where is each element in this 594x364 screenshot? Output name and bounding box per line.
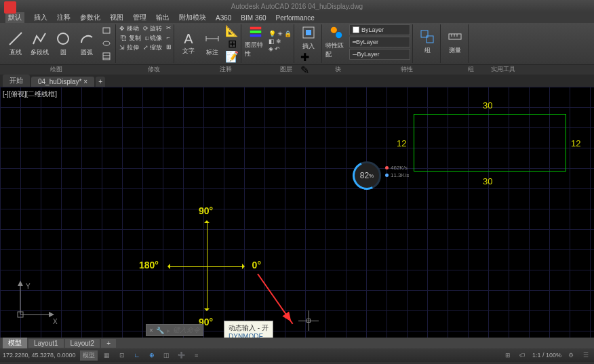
grid-toggle-icon[interactable]: ▦ [102,350,113,361]
measure-button[interactable]: 测量 [444,24,466,58]
panel-utilities: 测量 [442,24,469,63]
layer-prev-icon[interactable]: ↶ [275,45,280,52]
fillet-icon[interactable]: ⌐ [166,34,170,43]
ribbon-tabs: 默认 插入 注释 参数化 视图 管理 输出 附加模块 A360 BIM 360 … [0,12,594,23]
layer-props-button[interactable]: 图层特性 [245,24,266,58]
scale-button[interactable]: ⤢ 缩放 [143,43,163,52]
trim-icon[interactable]: ✂ [166,24,172,33]
tab-default[interactable]: 默认 [5,12,24,23]
array-icon[interactable]: ⊞ [166,43,172,52]
svg-point-15 [331,27,337,33]
group-button[interactable]: 组 [416,24,438,58]
cmd-search-icon[interactable]: 🔧 [156,327,164,334]
tab-insert[interactable]: 插入 [34,13,47,22]
copy-button[interactable]: ⿻ 复制 [121,34,141,43]
circle-button[interactable]: 圆 [52,26,74,60]
insert-block-button[interactable]: 插入 [298,24,319,51]
dynmode-toggle-icon[interactable]: ➕ [176,350,187,361]
ucs-icon: Y X [14,281,54,324]
stretch-button[interactable]: ⇲ 拉伸 [119,43,139,52]
tab-bim360[interactable]: BIM 360 [241,14,266,22]
hatch-icon[interactable] [100,50,113,62]
svg-point-16 [336,32,342,38]
layout-model[interactable]: 模型 [3,338,27,348]
svg-rect-2 [103,28,110,33]
tab-output[interactable]: 输出 [156,13,170,22]
zoom-level[interactable]: 1:1 / 100% [532,352,561,359]
tab-close-icon[interactable]: × [83,78,87,85]
tab-parametric[interactable]: 参数化 [80,13,100,22]
status-bar: 172.2280, 45.3278, 0.0000 模型 ▦ ⊡ ∟ ⊕ ◫ ➕… [0,348,594,362]
model-space-icon[interactable]: ⊞ [502,350,513,361]
edit-block-icon[interactable]: ✎ [298,64,311,76]
layer-lock-icon[interactable]: 🔒 [284,31,292,37]
lineweight-toggle-icon[interactable]: ≡ [191,350,202,361]
layout-add[interactable]: + [101,339,116,348]
compass-indicator: 90° 90° 0° 180° [146,205,268,327]
polar-toggle-icon[interactable]: ⊕ [146,350,157,361]
tab-view[interactable]: 视图 [110,13,123,22]
create-block-icon[interactable]: ✚ [298,51,311,63]
match-props-button[interactable]: 特性匹配 [325,25,347,59]
line-button[interactable]: 直线 [5,26,26,60]
dynmode-tooltip: 动态输入 - 开 DYNMODE [224,321,273,338]
ortho-toggle-icon[interactable]: ∟ [132,350,142,361]
layer-bulb-icon[interactable]: 💡 [269,31,276,37]
polyline-button[interactable]: 多段线 [28,26,50,60]
tab-new[interactable]: + [96,77,105,87]
svg-rect-19 [449,34,461,39]
panel-group: 组 [414,24,441,63]
dim-right: 12 [571,138,580,148]
cmd-close-icon[interactable]: × [149,327,153,334]
tab-start[interactable]: 开始 [3,75,30,87]
app-logo[interactable] [4,1,16,14]
drawing-canvas[interactable]: [-][俯视][二维线框] 90° 90° 0° 180° 30 30 12 1… [0,87,594,338]
osnap-toggle-icon[interactable]: ◫ [161,350,172,361]
settings-gear-icon[interactable]: ⚙ [566,350,576,361]
cmd-input[interactable]: 键入命令 [173,325,200,335]
status-model[interactable]: 模型 [80,350,98,361]
layer-sun-icon[interactable]: ☀ [277,31,283,37]
tab-file[interactable]: 04_huDisplay* × [31,77,94,87]
layer-freeze-icon[interactable]: ❄ [276,38,281,45]
compass-east: 0° [252,260,261,270]
tab-addins[interactable]: 附加模块 [179,13,206,22]
svg-marker-25 [18,281,23,286]
mirror-button[interactable]: ⎅ 镜像 [145,34,163,43]
crosshair-cursor [298,310,319,331]
color-dropdown[interactable]: ByLayer [349,24,410,35]
command-bar[interactable]: × 🔧 ▸ 键入命令 [146,324,203,336]
coords: 172.2280, 45.3278, 0.0000 [3,352,76,359]
annotation-scale-icon[interactable]: 🏷 [517,350,528,361]
svg-marker-26 [49,312,54,317]
svg-point-1 [58,33,68,44]
panel-properties: 特性匹配 ByLayer ━ ByLayer ─ ByLayer [323,24,413,63]
title-bar: Autodesk AutoCAD 2016 04_huDisplay.dwg [0,0,594,12]
tab-annotate[interactable]: 注释 [57,13,71,22]
layer-iso-icon[interactable]: ◧ [269,38,275,45]
ellipse-icon[interactable] [100,37,113,49]
table-icon[interactable]: ⊞ [225,37,239,49]
arc-button[interactable]: 圆弧 [76,26,98,60]
dim-left: 12 [397,138,406,148]
svg-rect-14 [306,30,311,35]
layer-match-icon[interactable]: ◈ [269,45,273,52]
dimension-button[interactable]: 标注 [201,26,223,60]
layout-1[interactable]: Layout1 [28,339,64,348]
ribbon: 直线 多段线 圆 圆弧 ✥ 移动⟳ 旋转✂ ⿻ 复制⎅ 镜像⌐ ⇲ 拉伸⤢ 缩放… [0,23,594,65]
snap-toggle-icon[interactable]: ⊡ [117,350,127,361]
text-button[interactable]: A文字 [178,26,199,60]
mtext-icon[interactable]: 📝 [225,50,239,62]
rotate-button[interactable]: ⟳ 旋转 [143,24,163,33]
customization-icon[interactable]: ☰ [580,350,591,361]
move-button[interactable]: ✥ 移动 [119,24,139,33]
tab-performance[interactable]: Performance [276,14,315,22]
tab-manage[interactable]: 管理 [133,13,146,22]
view-label[interactable]: [-][俯视][二维线框] [3,89,57,99]
tab-a360[interactable]: A360 [216,14,231,22]
lineweight-dropdown[interactable]: ━ ByLayer [349,37,410,47]
layout-2[interactable]: Layout2 [65,339,100,348]
rect-icon[interactable] [100,24,113,37]
leader-icon[interactable]: 📐 [225,24,239,37]
linetype-dropdown[interactable]: ─ ByLayer [349,49,410,60]
